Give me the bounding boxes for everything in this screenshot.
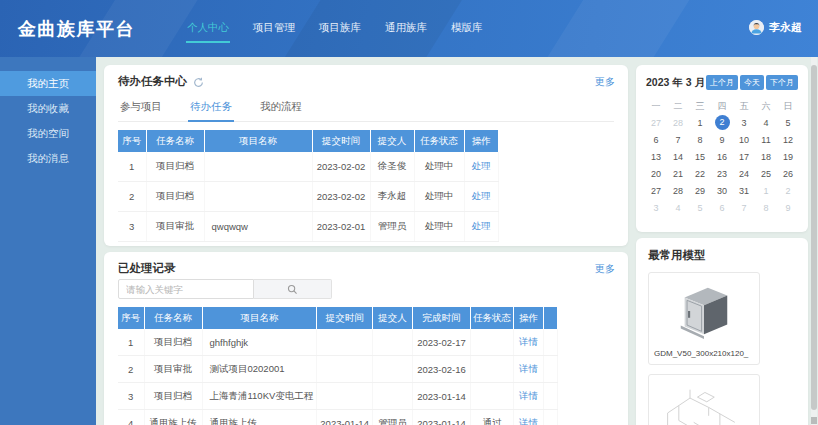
model-item[interactable] <box>648 374 760 425</box>
calendar-day[interactable]: 15 <box>689 149 711 166</box>
calendar-day[interactable]: 27 <box>645 115 667 132</box>
calendar-day[interactable]: 7 <box>733 200 755 217</box>
todo-tabs: 参与项目待办任务我的流程 <box>118 95 614 122</box>
todo-more-link[interactable]: 更多 <box>595 75 615 89</box>
cell <box>317 383 373 410</box>
scrollbar-arrow[interactable] <box>811 417 817 424</box>
cell <box>372 329 412 356</box>
calendar-day[interactable]: 21 <box>667 166 689 183</box>
calendar-day[interactable]: 18 <box>755 149 777 166</box>
calendar-day[interactable]: 12 <box>777 132 799 149</box>
action-link[interactable]: 处理 <box>464 182 498 212</box>
calendar-day[interactable]: 5 <box>689 200 711 217</box>
tab[interactable]: 参与项目 <box>118 95 164 122</box>
calendar-day[interactable]: 8 <box>755 200 777 217</box>
table-row: 4通用族上传通用族上传2023-01-14管理员2023-01-14通过详情 <box>118 410 557 425</box>
calendar-day[interactable]: 24 <box>733 166 755 183</box>
cell: 管理员 <box>372 410 412 425</box>
action-link[interactable]: 详情 <box>513 356 543 383</box>
calendar-day[interactable]: 1 <box>755 183 777 200</box>
column-header: 提交时间 <box>317 307 373 329</box>
nav-item[interactable]: 模版库 <box>450 14 484 43</box>
calendar-day[interactable]: 23 <box>711 166 733 183</box>
done-more-link[interactable]: 更多 <box>595 262 615 276</box>
calendar-day[interactable]: 7 <box>667 132 689 149</box>
calendar-day[interactable]: 19 <box>777 149 799 166</box>
calendar-day[interactable]: 6 <box>711 200 733 217</box>
calendar-day[interactable]: 9 <box>711 132 733 149</box>
todo-title: 待办任务中心 <box>118 74 187 89</box>
calendar-day[interactable]: 9 <box>777 200 799 217</box>
action-link[interactable]: 处理 <box>464 152 498 182</box>
header-row: 序号任务名称项目名称提交时间提交人任务状态操作 <box>118 130 498 152</box>
sidebar-item[interactable]: 我的主页 <box>0 71 96 96</box>
column-header: 项目名称 <box>204 130 312 152</box>
cell <box>543 356 557 383</box>
calendar-day[interactable]: 10 <box>733 132 755 149</box>
model-name: GDM_V50_300x210x120_ <box>654 349 754 359</box>
calendar-header: 2023 年 3 月 上个月今天下个月 <box>636 65 808 92</box>
nav-item[interactable]: 项目族库 <box>318 14 362 43</box>
calendar-day[interactable]: 1 <box>689 115 711 132</box>
calendar-day[interactable]: 16 <box>711 149 733 166</box>
calendar-day[interactable]: 31 <box>733 183 755 200</box>
calendar-day[interactable]: 14 <box>667 149 689 166</box>
action-link[interactable]: 详情 <box>513 329 543 356</box>
action-link[interactable]: 处理 <box>464 212 498 242</box>
scrollbar-track[interactable] <box>811 57 817 425</box>
calendar-day[interactable]: 4 <box>755 115 777 132</box>
calendar-day[interactable]: 26 <box>777 166 799 183</box>
calendar-day[interactable]: 27 <box>645 183 667 200</box>
column-header: 提交人 <box>372 307 412 329</box>
tab[interactable]: 待办任务 <box>188 95 234 122</box>
calendar-day[interactable]: 2 <box>777 183 799 200</box>
header-decoration <box>514 0 696 57</box>
cell: 通用族上传 <box>144 410 202 425</box>
calendar-day[interactable]: 3 <box>645 200 667 217</box>
prev-month-button[interactable]: 上个月 <box>706 75 738 90</box>
calendar-day[interactable]: 28 <box>667 115 689 132</box>
sidebar-item[interactable]: 我的空间 <box>0 121 96 146</box>
cell: ghfhfghjk <box>202 329 317 356</box>
calendar-day[interactable]: 25 <box>755 166 777 183</box>
tab[interactable]: 我的流程 <box>258 95 304 122</box>
refresh-icon[interactable] <box>193 77 204 88</box>
calendar-day[interactable]: 17 <box>733 149 755 166</box>
top-nav: 个人中心项目管理项目族库通用族库模版库 <box>186 0 484 57</box>
sidebar-item[interactable]: 我的消息 <box>0 146 96 171</box>
sidebar-item[interactable]: 我的收藏 <box>0 96 96 121</box>
search-input[interactable] <box>118 279 254 299</box>
calendar-day[interactable]: 3 <box>733 115 755 132</box>
next-month-button[interactable]: 下个月 <box>766 75 798 90</box>
nav-item[interactable]: 个人中心 <box>186 14 230 43</box>
user-menu[interactable]: 李永超 <box>749 20 802 35</box>
calendar-day[interactable]: 28 <box>667 183 689 200</box>
table-row: 3项目审批qwqwqw2023-02-01管理员处理中处理 <box>118 212 498 242</box>
calendar-day[interactable]: 2 <box>711 115 733 132</box>
scrollbar-thumb[interactable] <box>811 65 817 410</box>
calendar-day[interactable]: 11 <box>755 132 777 149</box>
calendar-day[interactable]: 20 <box>645 166 667 183</box>
search-button[interactable] <box>254 279 332 299</box>
model-item[interactable]: GDM_V50_300x210x120_ <box>648 272 760 365</box>
nav-item[interactable]: 通用族库 <box>384 14 428 43</box>
table-row: 2项目归档2023-02-02李永超处理中处理 <box>118 182 498 212</box>
column-header: 操作 <box>513 307 543 329</box>
calendar-day[interactable]: 22 <box>689 166 711 183</box>
cell: 通过 <box>470 410 513 425</box>
calendar-day[interactable]: 29 <box>689 183 711 200</box>
user-name: 李永超 <box>769 20 802 35</box>
today-button[interactable]: 今天 <box>740 75 764 90</box>
calendar-day[interactable]: 5 <box>777 115 799 132</box>
action-link[interactable]: 详情 <box>513 410 543 425</box>
cell: 通用族上传 <box>202 410 317 425</box>
calendar-day[interactable]: 8 <box>689 132 711 149</box>
calendar-day[interactable]: 30 <box>711 183 733 200</box>
action-link[interactable]: 详情 <box>513 383 543 410</box>
calendar-day[interactable]: 6 <box>645 132 667 149</box>
calendar-day[interactable]: 13 <box>645 149 667 166</box>
weekday-label: 六 <box>755 98 777 115</box>
cell: 项目归档 <box>144 329 202 356</box>
nav-item[interactable]: 项目管理 <box>252 14 296 43</box>
calendar-day[interactable]: 4 <box>667 200 689 217</box>
